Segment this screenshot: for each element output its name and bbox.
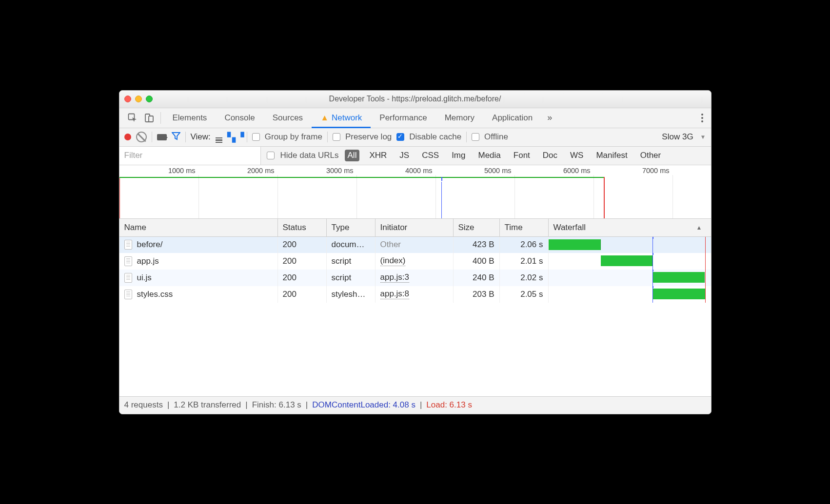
record-button[interactable] [124,134,131,140]
tab-sources[interactable]: Sources [264,108,312,128]
svg-point-4 [701,117,703,119]
close-window-button[interactable] [124,96,131,102]
requests-grid: Name Status Type Initiator Size Time Wat… [119,219,711,396]
col-status[interactable]: Status [278,219,327,236]
filter-type-font[interactable]: Font [511,150,533,161]
tab-label: Memory [445,113,474,123]
view-large-icon[interactable] [216,131,222,143]
window-title: Developer Tools - https://preload.glitch… [178,95,652,103]
filter-type-media[interactable]: Media [475,150,503,161]
request-time: 2.02 s [500,270,549,286]
request-row[interactable]: before/200docum…Other423 B2.06 s [119,237,711,253]
tab-label: Console [224,113,255,123]
tab-label: Performance [379,113,427,123]
waterfall-bar [601,255,652,266]
devtools-window: Developer Tools - https://preload.glitch… [119,90,711,414]
tab-network[interactable]: ▲Network [312,108,371,128]
disable-cache-checkbox[interactable] [396,133,404,141]
tabs-overflow-button[interactable]: » [541,108,558,128]
filter-type-xhr[interactable]: XHR [366,150,390,161]
panel-tabs: ElementsConsoleSources▲NetworkPerformanc… [164,108,542,128]
titlebar: Developer Tools - https://preload.glitch… [119,91,711,108]
filter-type-img[interactable]: Img [449,150,468,161]
filter-type-js[interactable]: JS [396,150,412,161]
request-initiator[interactable]: (index) [380,256,406,266]
request-row[interactable]: ui.js200scriptapp.js:3240 B2.02 s [119,270,711,286]
view-frames-icon[interactable]: ▘▖▝ [227,132,242,143]
svg-rect-2 [149,116,153,122]
timeline-tick: 3000 ms [326,167,356,174]
request-initiator: Other [380,240,401,250]
request-name: app.js [137,256,159,266]
offline-label: Offline [484,132,508,142]
devtools-menu-button[interactable] [693,108,711,128]
request-initiator[interactable]: app.js:8 [380,289,410,299]
filter-type-all[interactable]: All [345,150,360,161]
timeline-tick: 4000 ms [405,167,435,174]
filter-input[interactable] [119,147,261,165]
device-toolbar-icon[interactable] [141,108,158,128]
filter-type-other[interactable]: Other [637,150,664,161]
disable-cache-label: Disable cache [409,132,461,142]
filter-type-doc[interactable]: Doc [540,150,560,161]
tab-label: Application [492,113,533,123]
request-type: script [327,270,375,286]
tab-performance[interactable]: Performance [371,108,435,128]
request-status: 200 [278,253,327,270]
request-name: ui.js [137,273,152,283]
inspect-element-icon[interactable] [124,108,141,128]
svg-point-3 [701,114,703,116]
filter-type-css[interactable]: CSS [419,150,442,161]
warning-icon: ▲ [320,113,329,123]
timeline-tick: 5000 ms [484,167,514,174]
panel-tabbar: ElementsConsoleSources▲NetworkPerformanc… [119,108,711,128]
tab-label: Sources [273,113,303,123]
status-bar: 4 requests| 1.2 KB transferred| Finish: … [119,396,711,414]
group-by-frame-checkbox[interactable] [252,133,260,141]
file-icon [124,290,132,299]
request-row[interactable]: app.js200script(index)400 B2.01 s [119,253,711,270]
chevron-down-icon[interactable]: ▼ [700,134,706,140]
summary-dcl: DOMContentLoaded: 4.08 s [312,400,415,410]
col-name[interactable]: Name [119,219,278,236]
throttling-select[interactable]: Slow 3G [662,132,695,142]
request-size: 423 B [454,237,500,253]
preserve-log-checkbox[interactable] [333,133,340,141]
request-time: 2.01 s [500,253,549,270]
hide-data-urls-checkbox[interactable] [267,152,275,159]
col-initiator[interactable]: Initiator [375,219,454,236]
waterfall-bar [549,239,601,250]
tab-console[interactable]: Console [216,108,263,128]
filter-type-manifest[interactable]: Manifest [593,150,630,161]
capture-screenshots-icon[interactable] [157,134,167,140]
col-time[interactable]: Time [500,219,549,236]
grid-header: Name Status Type Initiator Size Time Wat… [119,219,711,237]
filter-type-ws[interactable]: WS [567,150,586,161]
col-size[interactable]: Size [454,219,500,236]
request-row[interactable]: styles.css200stylesh…app.js:8203 B2.05 s [119,286,711,303]
request-name: before/ [137,240,163,250]
minimize-window-button[interactable] [135,96,142,102]
clear-button[interactable] [136,132,147,142]
filter-toggle-icon[interactable] [172,132,180,143]
request-type: docum… [327,237,375,253]
file-icon [124,240,132,250]
sort-indicator-icon: ▲ [696,224,702,231]
summary-load: Load: 6.13 s [426,400,472,410]
tab-application[interactable]: Application [483,108,541,128]
tab-memory[interactable]: Memory [436,108,483,128]
file-icon [124,273,132,283]
col-type[interactable]: Type [327,219,375,236]
timeline-tick: 6000 ms [563,167,593,174]
waterfall-bar [653,289,705,299]
file-icon [124,256,132,266]
request-initiator[interactable]: app.js:3 [380,272,410,283]
col-waterfall[interactable]: Waterfall▲ [549,219,707,236]
tab-elements[interactable]: Elements [164,108,216,128]
zoom-window-button[interactable] [146,96,153,102]
offline-checkbox[interactable] [472,133,479,141]
timeline-overview[interactable]: 1000 ms2000 ms3000 ms4000 ms5000 ms6000 … [119,165,711,219]
request-time: 2.06 s [500,237,549,253]
timeline-tick: 2000 ms [247,167,277,174]
request-size: 400 B [454,253,500,270]
